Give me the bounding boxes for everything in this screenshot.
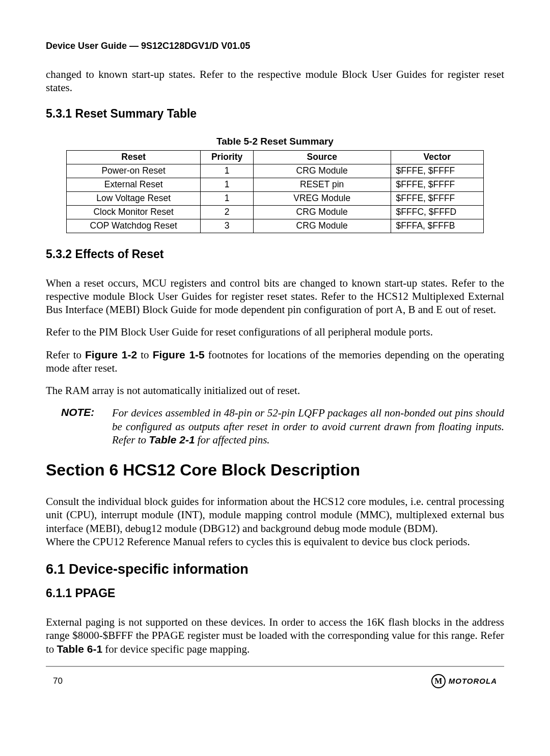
cell: External Reset	[67, 178, 201, 191]
cell: $FFFC, $FFFD	[391, 205, 483, 219]
table-row: External Reset 1 RESET pin $FFFE, $FFFF	[67, 178, 484, 191]
page-number: 70	[53, 676, 63, 686]
col-source: Source	[253, 150, 391, 164]
motorola-logo: M MOTOROLA	[431, 674, 497, 688]
intro-paragraph: changed to known start-up states. Refer …	[46, 68, 504, 95]
s611-p: External paging is not supported on thes…	[46, 615, 504, 656]
cell: $FFFE, $FFFF	[391, 191, 483, 205]
table-row: Power-on Reset 1 CRG Module $FFFE, $FFFF	[67, 164, 484, 178]
cell: 3	[201, 219, 253, 233]
s532-p4: The RAM array is not automatically initi…	[46, 384, 504, 397]
heading-section-6: Section 6 HCS12 Core Block Description	[46, 461, 504, 480]
cell: Clock Monitor Reset	[67, 205, 201, 219]
motorola-icon: M	[431, 674, 446, 688]
table-row: Low Voltage Reset 1 VREG Module $FFFE, $…	[67, 191, 484, 205]
table-2-1-ref: Table 2-1	[149, 434, 195, 445]
heading-6-1: 6.1 Device-specific information	[46, 562, 504, 577]
footer-rule	[46, 666, 504, 667]
col-reset: Reset	[67, 150, 201, 164]
note-body: For devices assembled in 48-pin or 52-pi…	[112, 406, 504, 446]
text: for device specific page mapping.	[102, 643, 250, 655]
section6-p2: Where the CPU12 Reference Manual refers …	[46, 535, 504, 548]
cell: RESET pin	[253, 178, 391, 191]
figure-1-2-ref: Figure 1-2	[85, 349, 137, 360]
cell: 1	[201, 191, 253, 205]
note-label: NOTE:	[61, 406, 112, 446]
heading-5-3-2: 5.3.2 Effects of Reset	[46, 247, 504, 261]
text: Refer to	[46, 349, 85, 361]
figure-1-5-ref: Figure 1-5	[153, 349, 205, 360]
note-block: NOTE: For devices assembled in 48-pin or…	[61, 406, 504, 446]
section6-p1: Consult the individual block guides for …	[46, 495, 504, 535]
heading-6-1-1: 6.1.1 PPAGE	[46, 586, 504, 600]
page-footer: 70 M MOTOROLA	[46, 674, 504, 688]
table-6-1-ref: Table 6-1	[57, 643, 102, 655]
cell: Low Voltage Reset	[67, 191, 201, 205]
cell: CRG Module	[253, 164, 391, 178]
table-row: Clock Monitor Reset 2 CRG Module $FFFC, …	[67, 205, 484, 219]
heading-5-3-1: 5.3.1 Reset Summary Table	[46, 107, 504, 121]
text: to	[137, 349, 152, 361]
s532-p1: When a reset occurs, MCU registers and c…	[46, 276, 504, 317]
col-vector: Vector	[391, 150, 483, 164]
table-header-row: Reset Priority Source Vector	[67, 150, 484, 164]
cell: $FFFE, $FFFF	[391, 164, 483, 178]
cell: 2	[201, 205, 253, 219]
motorola-wordmark: MOTOROLA	[449, 677, 497, 685]
s532-p2: Refer to the PIM Block User Guide for re…	[46, 325, 504, 339]
table-5-2-caption: Table 5-2 Reset Summary	[46, 136, 504, 147]
cell: 1	[201, 164, 253, 178]
reset-summary-table: Reset Priority Source Vector Power-on Re…	[66, 150, 484, 233]
cell: $FFFE, $FFFF	[391, 178, 483, 191]
cell: Power-on Reset	[67, 164, 201, 178]
cell: CRG Module	[253, 219, 391, 233]
document-header: Device User Guide — 9S12C128DGV1/D V01.0…	[46, 41, 504, 51]
cell: 1	[201, 178, 253, 191]
cell: CRG Module	[253, 205, 391, 219]
table-row: COP Watchdog Reset 3 CRG Module $FFFA, $…	[67, 219, 484, 233]
col-priority: Priority	[201, 150, 253, 164]
cell: $FFFA, $FFFB	[391, 219, 483, 233]
cell: COP Watchdog Reset	[67, 219, 201, 233]
s532-p3: Refer to Figure 1-2 to Figure 1-5 footno…	[46, 348, 504, 375]
cell: VREG Module	[253, 191, 391, 205]
page: Device User Guide — 9S12C128DGV1/D V01.0…	[0, 0, 550, 756]
text: for affected pins.	[195, 434, 270, 446]
